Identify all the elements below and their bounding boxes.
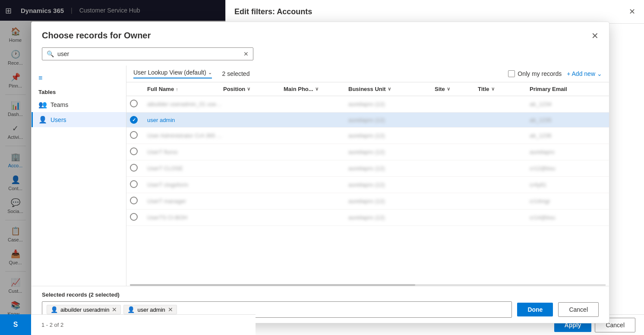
- table-row[interactable]: UserT clogsform aureliapro (12) cr4y81: [126, 177, 609, 193]
- col-full-name-label: Full Name: [147, 86, 174, 92]
- row5-select[interactable]: [130, 164, 147, 173]
- modal-close-button[interactable]: ✕: [591, 31, 599, 40]
- row1-full-name: aibuilder useradmin_01 user manager: [147, 101, 223, 107]
- selected-count-badge: 2 selected: [219, 70, 253, 77]
- table-row[interactable]: User Administrator CrA 365 Analytics aur…: [126, 128, 609, 144]
- add-new-chevron: ⌄: [597, 70, 602, 77]
- row3-radio[interactable]: [130, 131, 138, 139]
- row2-business-unit: aureliapro (12): [348, 117, 435, 123]
- col-main-phone[interactable]: Main Pho... ∨: [284, 86, 348, 92]
- col-title-label: Title: [478, 86, 489, 92]
- row4-full-name: UserT fluros: [147, 149, 223, 155]
- table-row[interactable]: UserT fluros aureliapro (12) aureliapro: [126, 144, 609, 160]
- row7-business-unit: aureliapro (12): [348, 198, 435, 204]
- row4-business-unit: aureliapro (12): [348, 149, 435, 155]
- tables-section-label: Tables: [32, 85, 126, 97]
- tag1-remove-button[interactable]: ✕: [112, 307, 117, 313]
- row4-select[interactable]: [130, 147, 147, 157]
- row7-radio[interactable]: [130, 197, 138, 204]
- pagination: 1 - 2 of 2: [31, 314, 256, 335]
- row8-select[interactable]: [130, 213, 147, 222]
- only-my-records-label: Only my records: [518, 70, 562, 77]
- search-input[interactable]: [57, 50, 240, 57]
- teams-label: Teams: [51, 101, 68, 108]
- tag2-remove-button[interactable]: ✕: [168, 307, 173, 313]
- search-clear-button[interactable]: ✕: [243, 50, 249, 57]
- table-toolbar: User Lookup View (default) ⌄ 2 selected …: [126, 66, 609, 82]
- row1-business-unit: aureliapro (12): [348, 101, 435, 107]
- row7-primary-email: cr14mgr: [530, 198, 606, 204]
- toolbar-right: Only my records + Add new ⌄: [508, 70, 602, 77]
- table-row[interactable]: aibuilder useradmin_01 user manager aure…: [126, 96, 609, 113]
- users-icon: 👤: [38, 116, 47, 124]
- col-position-label: Position: [223, 86, 245, 92]
- col-site-label: Site: [435, 86, 445, 92]
- row3-full-name: User Administrator CrA 365 Analytics: [147, 132, 223, 139]
- row4-primary-email: aureliapro: [530, 149, 606, 155]
- user-admin-link[interactable]: user admin: [147, 117, 175, 123]
- col-position[interactable]: Position ∨: [223, 86, 284, 92]
- tag1-label: aibuilder useradmin: [60, 307, 109, 313]
- row6-select[interactable]: [130, 180, 147, 189]
- right-panel: User Lookup View (default) ⌄ 2 selected …: [126, 66, 609, 286]
- left-panel-header: ≡: [32, 71, 126, 85]
- edit-filters-header: Edit filters: Accounts ✕: [226, 0, 644, 24]
- col-site[interactable]: Site ∨: [435, 86, 478, 92]
- cancel-button[interactable]: Cancel: [558, 302, 599, 317]
- teams-icon: 👥: [38, 100, 47, 109]
- table-row[interactable]: UserT manager aureliapro (12) cr14mgr: [126, 193, 609, 210]
- col-primary-email[interactable]: Primary Email: [530, 86, 606, 92]
- nav-item-users[interactable]: 👤 Users: [32, 112, 126, 127]
- row8-primary-email: cr14@bsu: [530, 214, 606, 221]
- row8-full-name: UserTS CI-BOH: [147, 214, 223, 221]
- row7-select[interactable]: [130, 197, 147, 206]
- tag2-label: user admin: [137, 307, 165, 313]
- choose-records-modal: Choose records for Owner ✕ 🔍 ✕ ≡ Tables …: [31, 22, 609, 323]
- row2-full-name: user admin: [147, 117, 223, 123]
- row2-select[interactable]: [130, 116, 147, 124]
- row6-radio[interactable]: [130, 180, 138, 188]
- site-sort-icon: ∨: [447, 86, 450, 92]
- done-button[interactable]: Done: [517, 303, 553, 316]
- row5-full-name: UserT CLOSE: [147, 165, 223, 172]
- only-my-records-checkbox[interactable]: [508, 70, 515, 77]
- edit-filters-title: Edit filters: Accounts: [234, 7, 312, 16]
- selected-tag-1: 👤 aibuilder useradmin ✕: [47, 305, 121, 314]
- row1-radio[interactable]: [130, 100, 138, 107]
- col-title[interactable]: Title ∨: [478, 86, 530, 92]
- row2-radio[interactable]: [130, 116, 138, 124]
- position-sort-icon: ∨: [247, 86, 250, 92]
- col-full-name[interactable]: Full Name ↑: [147, 86, 223, 92]
- row3-select[interactable]: [130, 131, 147, 140]
- modal-title: Choose records for Owner: [42, 31, 151, 41]
- nav-item-teams[interactable]: 👥 Teams: [32, 97, 126, 112]
- view-selector[interactable]: User Lookup View (default) ⌄: [133, 69, 212, 78]
- tag1-user-icon: 👤: [51, 306, 58, 313]
- row4-radio[interactable]: [130, 147, 138, 155]
- row3-business-unit: aureliapro (12): [348, 132, 435, 139]
- full-name-sort-icon: ↑: [176, 87, 178, 92]
- service-indicator: S: [0, 314, 31, 335]
- row1-primary-email: ab_1234: [530, 101, 606, 107]
- pagination-label: 1 - 2 of 2: [41, 322, 63, 328]
- table-row[interactable]: user admin aureliapro (12) ab_1235: [126, 113, 609, 128]
- col-primary-email-label: Primary Email: [530, 86, 567, 92]
- table-row[interactable]: UserTS CI-BOH aureliapro (12) cr14@bsu: [126, 210, 609, 226]
- only-my-records-toggle[interactable]: Only my records: [508, 70, 562, 77]
- hamburger-icon[interactable]: ≡: [38, 74, 42, 82]
- col-business-unit[interactable]: Business Unit ∨: [348, 86, 435, 92]
- selected-records-label: Selected records (2 selected): [42, 291, 599, 298]
- row8-radio[interactable]: [130, 213, 138, 221]
- row5-radio[interactable]: [130, 164, 138, 172]
- tag2-user-icon: 👤: [127, 306, 135, 313]
- selected-tag-2: 👤 user admin ✕: [123, 305, 177, 314]
- edit-filters-close-button[interactable]: ✕: [629, 7, 635, 16]
- view-selector-label: User Lookup View (default): [133, 69, 206, 76]
- col-select: [130, 86, 147, 92]
- row3-primary-email: ab_1236: [530, 132, 606, 139]
- row1-select[interactable]: [130, 100, 147, 109]
- add-new-button[interactable]: + Add new ⌄: [567, 70, 602, 77]
- modal-header: Choose records for Owner ✕: [32, 22, 609, 47]
- table-row[interactable]: UserT CLOSE aureliapro (12) cr12@bsu: [126, 160, 609, 177]
- add-new-label: + Add new: [567, 70, 595, 77]
